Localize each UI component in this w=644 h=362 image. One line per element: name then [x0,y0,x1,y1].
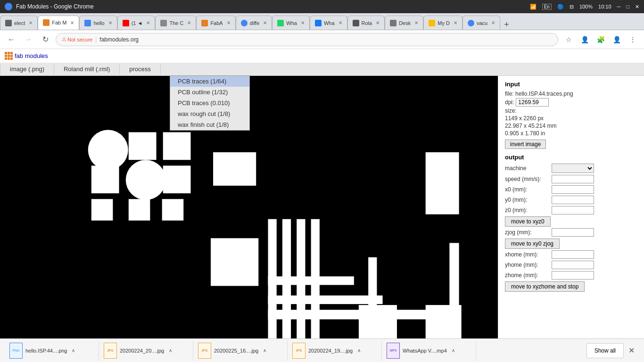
new-tab-button[interactable]: + [500,20,513,30]
tab-hello[interactable]: hello ✕ [79,16,117,30]
process-dropdown: PCB traces (1/64) PCB outline (1/32) PCB… [170,75,250,131]
machine-select[interactable]: Roland MDX-20 Roland MDX-40 [552,164,594,173]
image-control[interactable]: image (.png) [0,64,54,74]
process-control[interactable]: process [120,64,161,74]
tab-favicon-the [160,20,167,26]
speed-input[interactable] [552,175,594,183]
machine-control[interactable]: Roland mill (.rml) [54,64,120,74]
dropdown-wax-finish[interactable]: wax finish cut (1/8) [170,119,249,130]
tab-close-yt[interactable]: ✕ [146,20,150,25]
main-area: input file: hello.ISP.44.traces.png dpi:… [0,76,644,338]
zjog-label: zjog (mm): [505,229,550,236]
page-content: fab modules image (.png) Roland mill (.r… [0,49,644,338]
tab-rola[interactable]: Rola ✕ [347,16,385,30]
move-xyz0-button[interactable]: move to xyz0 [505,216,551,227]
z0-input[interactable] [552,206,594,214]
tabs-bar: elect ✕ Fab M ✕ hello ✕ (1 ◄ ✕ The C ✕ F… [0,13,644,30]
tab-wha2[interactable]: Wha ✕ [310,16,347,30]
download-item-0: PNG hello.ISP.44....png ∧ [5,341,99,360]
tab-favicon-diffe [241,20,248,26]
tab-desk[interactable]: Desk ✕ [385,16,423,30]
download-name-2: 20200225_16....jpg [214,348,258,354]
tab-close-wha2[interactable]: ✕ [339,20,342,25]
move-xy0zjog-button[interactable]: move to xy0 zjog [505,239,560,249]
tab-close-elect[interactable]: ✕ [29,20,33,25]
dropdown-pcb-traces-010[interactable]: PCB traces (0.010) [170,98,249,108]
x0-input[interactable] [552,185,594,194]
tab-diffe[interactable]: diffe ✕ [236,16,272,30]
tab-close-fab[interactable]: ✕ [70,20,74,25]
minimize-btn[interactable]: ─ [617,4,621,9]
dpi-input[interactable] [516,98,549,107]
address-bar[interactable]: ⚠ Not secure | fabmodules.org [56,33,558,46]
tab-favicon-fab [43,19,50,26]
tab-close-rola[interactable]: ✕ [376,20,380,25]
tab-close-hello[interactable]: ✕ [108,20,112,25]
tab-close-desk[interactable]: ✕ [414,20,418,25]
fab-grid-icon [5,52,13,60]
bookmark-button[interactable]: ☆ [562,33,575,46]
tab-label-wha2: Wha [324,20,335,26]
window-title: Fab Modules - Google Chrome [16,3,94,10]
zjog-input[interactable] [552,228,594,237]
dropdown-pcb-outline-32[interactable]: PCB outline (1/32) [170,87,249,98]
dropdown-pcb-traces-64[interactable]: PCB traces (1/64) [170,76,249,87]
invert-image-button[interactable]: invert image [505,140,546,149]
download-chevron-0[interactable]: ∧ [72,348,75,353]
download-item-2: JPG 20200225_16....jpg ∧ [193,341,288,360]
tab-close-diffe[interactable]: ✕ [263,20,267,25]
title-bar-left: Fab Modules - Google Chrome [5,3,94,10]
yhome-input[interactable] [552,261,594,269]
download-chevron-2[interactable]: ∧ [263,348,266,353]
svg-rect-19 [359,305,397,338]
download-chevron-3[interactable]: ∧ [357,348,361,353]
refresh-button[interactable]: ↻ [39,33,52,46]
y0-input[interactable] [552,196,594,204]
dpi-label: dpi: [505,99,514,106]
maximize-btn[interactable]: □ [626,4,629,9]
tab-fab-modules[interactable]: Fab M ✕ [38,16,79,30]
tab-wha1[interactable]: Wha ✕ [272,16,310,30]
zhome-input[interactable] [552,271,594,280]
profile-button[interactable]: 👤 [578,33,591,46]
download-chevron-1[interactable]: ∧ [169,348,172,353]
back-button[interactable]: ← [5,33,18,46]
menu-button[interactable]: ⋮ [626,33,639,46]
fab-header: fab modules [0,49,644,63]
nav-bar: ← → ↻ ⚠ Not secure | fabmodules.org ☆ 👤 … [0,30,644,49]
tab-youtube[interactable]: (1 ◄ ✕ [117,16,156,30]
download-file-icon-4: MP4 [387,343,400,359]
tab-vacu[interactable]: vacu ✕ [462,16,500,30]
tab-label-diffe: diffe [250,20,260,26]
tab-faba[interactable]: FabA ✕ [196,16,235,30]
svg-rect-8 [129,199,150,221]
fab-modules-link[interactable]: fab modules [15,52,48,59]
tab-label-yt: (1 ◄ [132,20,143,26]
zhome-row: zhome (mm): [505,271,637,280]
extension-button[interactable]: 🧩 [594,33,607,46]
tab-the[interactable]: The C ✕ [155,16,196,30]
tab-favicon-hello [84,20,91,26]
tab-close-the[interactable]: ✕ [187,20,191,25]
tab-elect[interactable]: elect ✕ [0,16,38,30]
tab-close-wha1[interactable]: ✕ [301,20,305,25]
file-label: file: [505,90,514,97]
speed-row: speed (mm/s): [505,175,637,183]
tab-close-myd[interactable]: ✕ [454,20,457,25]
forward-button[interactable]: → [22,33,35,46]
tab-myd[interactable]: My D ✕ [423,16,462,30]
svg-rect-20 [426,305,462,338]
svg-rect-2 [129,132,157,160]
tab-favicon-yt [123,20,129,26]
close-download-bar-button[interactable]: ✕ [624,343,639,358]
avatar-button[interactable]: 👤 [610,33,623,46]
move-xyzhome-button[interactable]: move to xyzhome and stop [505,281,585,292]
tab-close-faba[interactable]: ✕ [227,20,231,25]
show-all-button[interactable]: Show all [586,343,624,358]
xhome-input[interactable] [552,250,594,259]
tab-close-vacu[interactable]: ✕ [491,20,495,25]
download-chevron-4[interactable]: ∧ [452,348,455,353]
dropdown-wax-rough[interactable]: wax rough cut (1/8) [170,108,249,119]
title-bar: Fab Modules - Google Chrome 📶 En 🔵 ⊟ 100… [0,0,644,13]
close-btn[interactable]: ✕ [635,4,639,10]
